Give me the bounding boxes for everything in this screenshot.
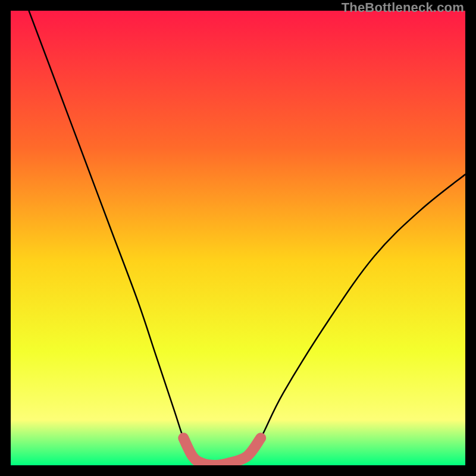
- bottleneck-chart: [11, 11, 465, 465]
- watermark-text: TheBottleneck.com: [342, 0, 464, 15]
- chart-background: [11, 11, 465, 465]
- chart-frame: [11, 11, 465, 465]
